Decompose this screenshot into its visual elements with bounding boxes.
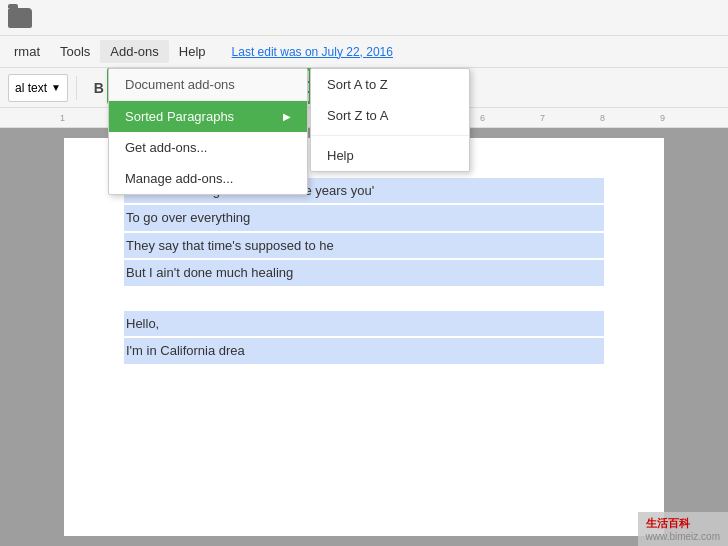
document-text: I was wondering if after all these years… <box>124 178 604 364</box>
menu-bar: rmat Tools Add-ons Help Last edit was on… <box>0 36 728 68</box>
menu-item-format[interactable]: rmat <box>4 40 50 63</box>
chevron-right-icon: ▶ <box>283 111 291 122</box>
menu-item-help[interactable]: Help <box>169 40 216 63</box>
addons-menu: Document add-ons Sorted Paragraphs ▶ Get… <box>108 68 308 195</box>
folder-icon <box>8 8 32 28</box>
menu-item-tools[interactable]: Tools <box>50 40 100 63</box>
watermark: 生活百科 www.bimeiz.com <box>638 512 728 546</box>
doc-line-4: But I ain't done much healing <box>124 260 604 285</box>
sorted-paragraphs-item[interactable]: Sorted Paragraphs ▶ <box>109 101 307 132</box>
sort-z-a-item[interactable]: Sort Z to A <box>311 100 469 131</box>
doc-line-6: I'm in California drea <box>124 338 604 363</box>
document-page: I was wondering if after all these years… <box>64 138 664 536</box>
menu-item-addons[interactable]: Add-ons <box>100 40 168 63</box>
dropdown-arrow-icon: ▼ <box>51 82 61 93</box>
watermark-line2: www.bimeiz.com <box>646 531 720 542</box>
top-bar <box>0 0 728 36</box>
help-submenu-item[interactable]: Help <box>311 140 469 171</box>
toolbar-separator-1 <box>76 76 77 100</box>
addons-menu-header: Document add-ons <box>109 69 307 101</box>
sorted-paragraphs-submenu: Sort A to Z Sort Z to A Help <box>310 68 470 172</box>
manage-addons-item[interactable]: Manage add-ons... <box>109 163 307 194</box>
doc-line-2: To go over everything <box>124 205 604 230</box>
style-dropdown[interactable]: al text ▼ <box>8 74 68 102</box>
last-edit-label: Last edit was on July 22, 2016 <box>232 45 393 59</box>
get-addons-item[interactable]: Get add-ons... <box>109 132 307 163</box>
watermark-line1: 生活百科 <box>646 516 720 531</box>
doc-line-3: They say that time's supposed to he <box>124 233 604 258</box>
doc-line-5: Hello, <box>124 311 604 336</box>
submenu-separator <box>311 135 469 136</box>
sort-a-z-item[interactable]: Sort A to Z <box>311 69 469 100</box>
